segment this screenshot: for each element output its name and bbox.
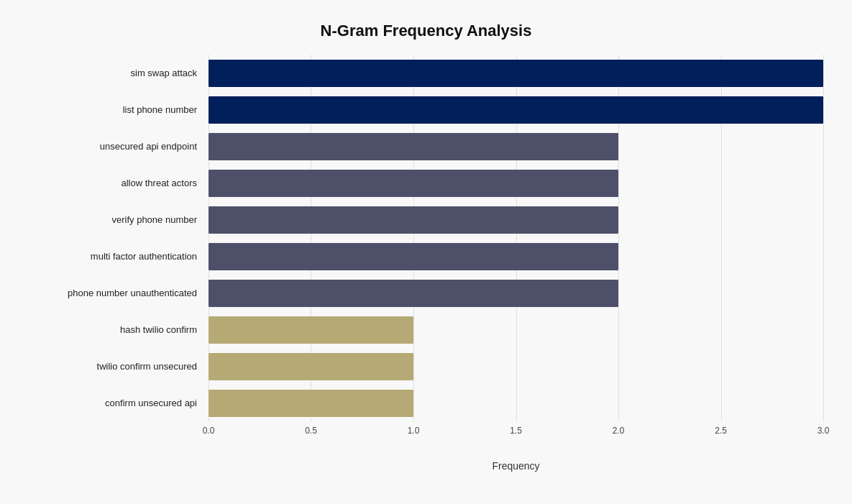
grid-line [823,55,824,421]
bar [209,280,618,307]
bar-row [209,91,823,128]
bar [209,353,413,380]
bar [209,170,618,197]
bar [209,206,618,234]
plot-area [209,55,823,421]
bar-rows [209,55,823,421]
bar-row [209,311,823,348]
bar-row [209,55,823,91]
bar [209,60,823,87]
y-label: hash twilio confirm [29,311,203,348]
bar [209,243,618,270]
y-label: unsecured api endpoint [29,128,203,165]
x-tick: 0.5 [305,426,317,436]
x-tick: 1.0 [408,426,420,436]
bar [209,96,823,124]
bar-row [209,275,823,311]
y-label: phone number unauthenticated [29,275,203,311]
x-tick: 1.5 [510,426,522,436]
bar [209,133,618,160]
y-label: verify phone number [29,201,203,238]
x-tick: 3.0 [817,426,830,436]
y-label: multi factor authentication [29,238,203,275]
chart-container: N-Gram Frequency Analysis sim swap attac… [0,0,852,504]
bar-row [209,128,823,165]
y-label: sim swap attack [29,55,203,91]
x-tick: 2.5 [715,426,727,436]
x-tick: 2.0 [613,426,625,436]
bar [209,390,413,417]
bar-row [209,201,823,238]
bar-row [209,348,823,385]
x-tick: 0.0 [203,426,215,436]
bars-section: sim swap attacklist phone numberunsecure… [29,55,823,421]
y-label: list phone number [29,91,203,128]
x-axis-label: Frequency [209,460,823,472]
bar [209,316,413,344]
chart-area: sim swap attacklist phone numberunsecure… [29,55,823,472]
bar-row [209,165,823,201]
chart-title: N-Gram Frequency Analysis [29,14,823,40]
y-labels: sim swap attacklist phone numberunsecure… [29,55,209,421]
y-label: confirm unsecured api [29,385,203,421]
x-axis: 0.00.51.01.52.02.53.0 [209,426,823,440]
bar-row [209,385,823,421]
y-label: allow threat actors [29,165,203,201]
y-label: twilio confirm unsecured [29,348,203,385]
bar-row [209,238,823,275]
